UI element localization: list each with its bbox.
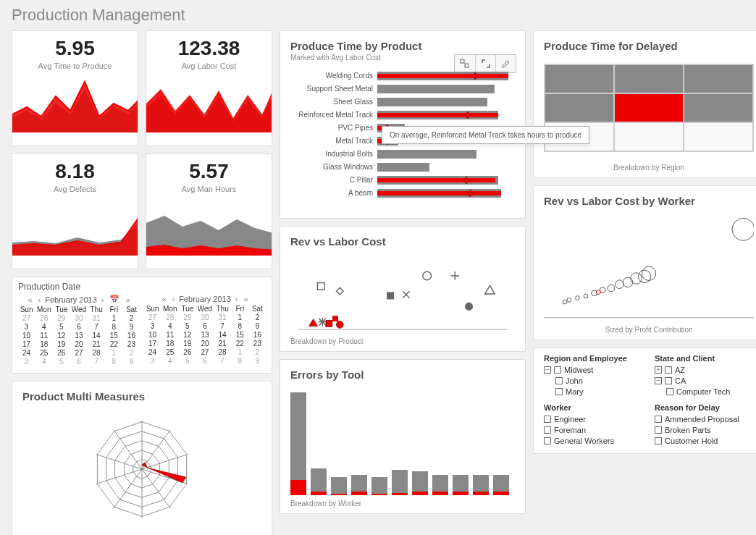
cal-day[interactable]: 3 (18, 323, 35, 331)
cal-day[interactable]: 3 (144, 357, 161, 365)
kpi-avg-time[interactable]: 5.95 Avg Time to Produce (12, 30, 138, 146)
cal-day[interactable]: 4 (161, 322, 178, 330)
checkbox[interactable] (544, 416, 551, 423)
cal-day[interactable]: 24 (144, 348, 161, 356)
cal-day[interactable]: 14 (88, 332, 105, 340)
cal-day[interactable]: 7 (214, 322, 231, 330)
edit-button[interactable] (495, 55, 516, 72)
stack-bar[interactable] (473, 475, 489, 495)
cal-day[interactable]: 8 (106, 358, 122, 366)
expand-icon[interactable]: + (655, 366, 662, 374)
stack-bar[interactable] (453, 475, 469, 495)
cal-day[interactable]: 9 (123, 323, 140, 331)
cal-day[interactable]: 23 (123, 340, 140, 348)
stack-bar[interactable] (351, 475, 367, 495)
cal-day[interactable]: 28 (88, 349, 105, 357)
cal-day[interactable]: 17 (18, 340, 35, 348)
cal-day[interactable]: 5 (53, 323, 70, 331)
cal-day[interactable]: 1 (106, 314, 122, 322)
checkbox[interactable] (665, 366, 672, 374)
cal-day[interactable]: 3 (18, 358, 35, 366)
filter-item-engineer[interactable]: Engineer (544, 415, 643, 424)
checkbox[interactable] (655, 416, 662, 423)
kpi-avg-labor[interactable]: 123.38 Avg Labor Cost (146, 30, 272, 146)
kpi-avg-defects[interactable]: 8.18 Avg Defects (12, 153, 138, 269)
cal-day[interactable]: 1 (232, 348, 248, 356)
cal-day[interactable]: 1 (106, 349, 122, 357)
cal-day[interactable]: 5 (179, 322, 196, 330)
cal-day[interactable]: 29 (179, 313, 196, 321)
kpi-avg-man-hours[interactable]: 5.57 Avg Man Hours (146, 153, 272, 269)
cal-day[interactable]: 21 (88, 340, 105, 348)
cal-day[interactable]: 25 (161, 348, 178, 356)
cal-day[interactable]: 26 (53, 349, 70, 357)
stack-bar[interactable] (392, 470, 408, 495)
cal-day[interactable]: 4 (161, 357, 178, 365)
cal-day[interactable]: 6 (196, 322, 213, 330)
cal-day[interactable]: 2 (249, 348, 266, 356)
hbar-row[interactable]: Sheet Glass (290, 96, 515, 108)
hbar-row[interactable]: Support Sheet Metal (290, 83, 515, 95)
cal-day[interactable]: 19 (179, 340, 196, 347)
cal-day[interactable]: 14 (214, 331, 231, 339)
cal-day[interactable]: 13 (70, 332, 87, 340)
cal-day[interactable]: 4 (35, 323, 52, 331)
checkbox[interactable] (655, 426, 662, 434)
cal-prev-year-icon[interactable]: « (160, 295, 167, 303)
cal-day[interactable]: 9 (249, 322, 266, 330)
checkbox[interactable] (655, 437, 662, 445)
select-tool-button[interactable] (455, 55, 475, 72)
cal-day[interactable]: 2 (123, 349, 140, 357)
hbar-row[interactable]: Industrial Bolts (290, 148, 515, 160)
collapse-icon[interactable]: − (544, 366, 551, 374)
cal-day[interactable]: 16 (249, 331, 266, 339)
cal-day[interactable]: 25 (35, 349, 52, 357)
checkbox[interactable] (665, 377, 672, 384)
cal-day[interactable]: 19 (53, 340, 70, 348)
filter-item-comptech[interactable]: Computer Tech (666, 387, 754, 396)
cal-day[interactable]: 5 (53, 358, 70, 366)
cal-day[interactable]: 7 (88, 358, 105, 366)
cal-day[interactable]: 11 (161, 331, 178, 339)
cal-prev-year-icon[interactable]: « (26, 295, 33, 304)
filter-item-broken[interactable]: Broken Parts (655, 426, 754, 434)
cal-next-year-icon[interactable]: » (124, 295, 131, 304)
cal-day[interactable]: 27 (70, 349, 87, 357)
cal-day[interactable]: 31 (214, 313, 231, 321)
hbar-row[interactable]: C Pillar (290, 174, 515, 186)
scatter-chart[interactable] (290, 256, 515, 333)
stack-bar[interactable] (331, 477, 347, 495)
checkbox[interactable] (555, 377, 563, 384)
cal-day[interactable]: 28 (214, 348, 231, 356)
stack-bar[interactable] (412, 471, 428, 495)
cal-prev-month-icon[interactable]: ‹ (171, 295, 177, 303)
cal-day[interactable]: 8 (232, 357, 248, 365)
cal-day[interactable]: 18 (35, 340, 52, 348)
cal-day[interactable]: 12 (53, 332, 70, 340)
checkbox[interactable] (554, 366, 561, 374)
filter-item-mary[interactable]: Mary (555, 387, 643, 396)
cal-day[interactable]: 7 (214, 357, 231, 365)
cal-day[interactable]: 6 (70, 358, 87, 366)
cal-day[interactable]: 3 (144, 322, 161, 330)
cal-day[interactable]: 5 (179, 357, 196, 365)
cal-day[interactable]: 9 (123, 358, 140, 366)
cal-day[interactable]: 31 (88, 314, 105, 322)
filter-item-ca[interactable]: −CA (655, 376, 754, 385)
cal-next-year-icon[interactable]: » (242, 295, 249, 303)
cal-day[interactable]: 7 (88, 323, 105, 331)
cal-day[interactable]: 4 (35, 358, 52, 366)
cal-day[interactable]: 22 (232, 340, 248, 347)
cal-day[interactable]: 9 (249, 357, 266, 365)
cal-day[interactable]: 17 (144, 340, 161, 347)
filter-item-az[interactable]: +AZ (655, 366, 754, 374)
cal-day[interactable]: 30 (70, 314, 87, 322)
checkbox[interactable] (555, 388, 563, 395)
filter-item-midwest[interactable]: −Midwest (544, 366, 643, 374)
hbar-row[interactable]: Welding Cords (290, 69, 515, 82)
cal-next-month-icon[interactable]: › (100, 295, 106, 304)
cal-day[interactable]: 27 (196, 348, 213, 356)
cal-day[interactable]: 27 (18, 314, 35, 322)
hbar-row[interactable]: Glass Windows (290, 161, 515, 173)
stack-bar[interactable] (311, 468, 327, 495)
